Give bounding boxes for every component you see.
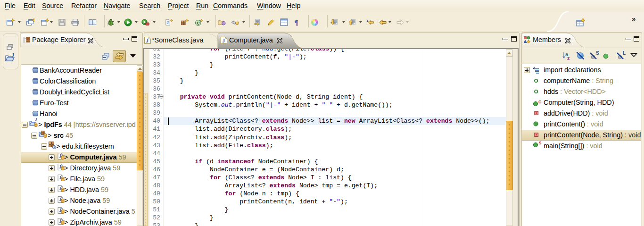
svg-text:S: S (539, 141, 542, 145)
svg-text:S: S (596, 50, 599, 56)
svg-text:C: C (538, 100, 542, 104)
svg-text:L: L (623, 50, 626, 56)
svg-text:J: J (223, 38, 225, 43)
svg-text:J: J (167, 20, 169, 25)
svg-text:z: z (567, 55, 570, 61)
svg-text:J: J (146, 38, 149, 43)
svg-text:J: J (35, 117, 37, 121)
svg-text:¶: ¶ (295, 19, 298, 26)
svg-text:J: J (12, 53, 14, 58)
svg-text:C: C (197, 21, 200, 25)
